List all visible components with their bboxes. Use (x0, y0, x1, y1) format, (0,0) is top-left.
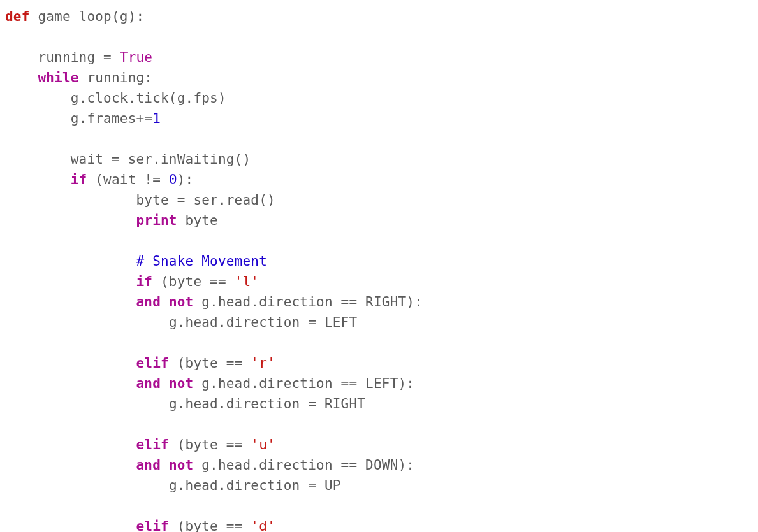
code-text (161, 376, 169, 391)
code-block: def game_loop(g): running = True while r… (0, 0, 758, 532)
comment: # Snake Movement (136, 254, 268, 269)
code-text: g.head.direction = RIGHT (169, 396, 365, 412)
keyword-while: while (38, 70, 78, 85)
string-literal: 'd' (251, 519, 275, 532)
code-text: (byte == (152, 274, 234, 289)
code-text: (wait != (87, 172, 168, 187)
string-literal: 'l' (235, 274, 259, 289)
keyword-not: not (169, 457, 194, 473)
keyword-if: if (71, 172, 87, 187)
code-text: ): (177, 172, 194, 187)
keyword-def: def (5, 9, 30, 24)
keyword-and: and (136, 376, 161, 391)
code-text: g.head.direction == DOWN): (193, 457, 414, 473)
code-text: g.head.direction == RIGHT): (193, 294, 423, 310)
keyword-elif: elif (136, 519, 169, 532)
number-literal: 1 (152, 111, 161, 126)
code-text: (byte == (169, 356, 251, 371)
keyword-if: if (136, 274, 153, 289)
code-text: byte (177, 213, 218, 228)
code-text: g.head.direction == LEFT): (193, 376, 414, 391)
keyword-and: and (136, 294, 161, 310)
code-text: g.head.direction = LEFT (169, 315, 357, 330)
code-text: byte = ser.read() (136, 192, 275, 208)
function-name: game_loop (38, 9, 112, 24)
code-text (161, 294, 169, 310)
keyword-not: not (169, 376, 194, 391)
code-text: running = (38, 50, 119, 65)
code-text: running: (79, 70, 153, 85)
keyword-true: True (120, 50, 152, 65)
code-text: g.head.direction = UP (169, 478, 341, 493)
keyword-print: print (136, 213, 177, 228)
keyword-elif: elif (136, 437, 169, 452)
string-literal: 'u' (251, 437, 275, 452)
code-text: g.clock.tick(g.fps) (71, 90, 226, 106)
code-text: (byte == (169, 437, 251, 452)
code-text: (g): (112, 9, 144, 24)
keyword-elif: elif (136, 356, 169, 371)
code-text (30, 9, 38, 24)
keyword-not: not (169, 294, 194, 310)
code-text: (byte == (169, 519, 251, 532)
keyword-and: and (136, 457, 161, 473)
code-text: g.frames+= (71, 111, 152, 126)
number-literal: 0 (169, 172, 177, 187)
string-literal: 'r' (251, 356, 275, 371)
code-text (161, 457, 169, 473)
code-text: wait = ser.inWaiting() (71, 152, 251, 167)
